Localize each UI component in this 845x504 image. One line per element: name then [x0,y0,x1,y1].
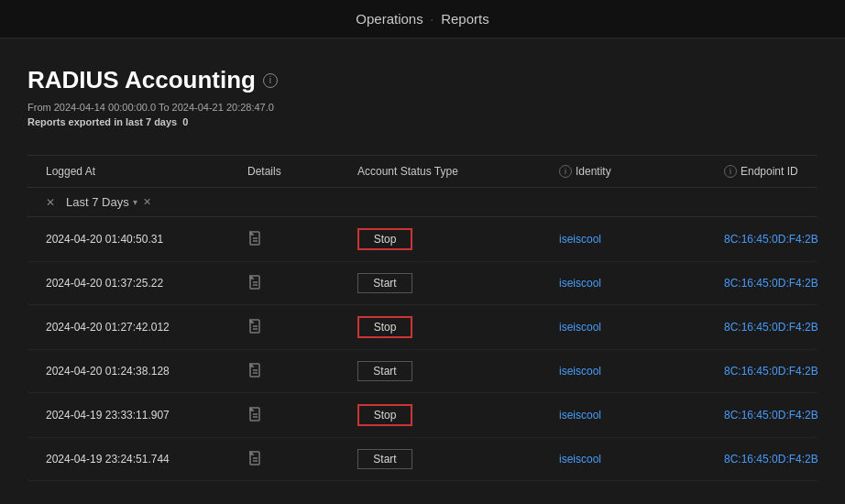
col-logged-at: Logged At [46,165,247,178]
cell-details[interactable] [247,363,357,379]
top-nav: Operations · Reports [0,0,845,38]
exports-info: Reports exported in last 7 days 0 [27,116,818,127]
page-title-row: RADIUS Accounting i [27,66,818,94]
status-badge: Start [357,273,412,293]
cell-logged-at: 2024-04-20 01:40:50.31 [46,233,247,246]
filter-row: ✕ Last 7 Days ▾ ✕ [27,188,818,217]
cell-endpoint[interactable]: 8C:16:45:0D:F4:2B [724,365,845,378]
endpoint-info-icon[interactable]: i [724,165,737,178]
identity-info-icon[interactable]: i [559,165,572,178]
cell-logged-at: 2024-04-20 01:37:25.22 [46,277,247,290]
cell-status: Stop [357,404,559,426]
cell-endpoint[interactable]: 8C:16:45:0D:F4:2B [724,233,845,246]
details-doc-icon[interactable] [247,363,264,379]
col-details: Details [247,165,357,178]
cell-identity[interactable]: iseiscool [559,409,724,422]
status-badge: Stop [357,316,412,338]
date-range: From 2024-04-14 00:00:00.0 To 2024-04-21… [27,102,818,113]
status-badge: Start [357,449,412,469]
cell-status: Stop [357,228,559,250]
filter-chip-dropdown-icon[interactable]: ▾ [133,197,137,207]
cell-status: Start [357,449,559,469]
cell-logged-at: 2024-04-19 23:24:51.744 [46,453,247,466]
title-info-icon[interactable]: i [263,73,278,88]
exports-count: 0 [182,116,188,127]
filter-chip-close-icon[interactable]: ✕ [143,196,151,208]
cell-identity[interactable]: iseiscool [559,233,724,246]
cell-endpoint[interactable]: 8C:16:45:0D:F4:2B [724,321,845,334]
cell-identity[interactable]: iseiscool [559,321,724,334]
exports-label: Reports exported in last 7 days [27,116,177,127]
cell-endpoint[interactable]: 8C:16:45:0D:F4:2B [724,453,845,466]
cell-logged-at: 2024-04-19 23:33:11.907 [46,409,247,422]
details-doc-icon[interactable] [247,231,264,247]
cell-endpoint[interactable]: 8C:16:45:0D:F4:2B [724,409,845,422]
table-container: Logged At Details Account Status Type i … [27,155,818,481]
main-content: RADIUS Accounting i From 2024-04-14 00:0… [0,38,845,499]
details-doc-icon[interactable] [247,319,264,335]
table-row: 2024-04-20 01:40:50.31 Stop iseiscool 8C… [27,217,818,262]
table-row: 2024-04-20 01:27:42.012 Stop iseiscool 8… [27,305,818,350]
details-doc-icon[interactable] [247,451,264,467]
cell-logged-at: 2024-04-20 01:27:42.012 [46,321,247,334]
filter-chip-label: Last 7 Days [66,195,129,209]
cell-details[interactable] [247,275,357,291]
nav-operations[interactable]: Operations [356,11,422,27]
table-row: 2024-04-19 23:33:11.907 Stop iseiscool 8… [27,393,818,438]
table-row: 2024-04-20 01:24:38.128 Start iseiscool … [27,350,818,393]
nav-reports[interactable]: Reports [441,11,489,27]
table-row: 2024-04-20 01:37:25.22 Start iseiscool 8… [27,262,818,305]
col-endpoint: i Endpoint ID [724,165,845,178]
cell-details[interactable] [247,319,357,335]
nav-separator: · [430,11,433,27]
cell-details[interactable] [247,231,357,247]
details-doc-icon[interactable] [247,407,264,423]
col-status-type: Account Status Type [357,165,559,178]
cell-endpoint[interactable]: 8C:16:45:0D:F4:2B [724,277,845,290]
cell-details[interactable] [247,451,357,467]
status-badge: Stop [357,228,412,250]
status-badge: Start [357,361,412,381]
cell-identity[interactable]: iseiscool [559,453,724,466]
cell-identity[interactable]: iseiscool [559,365,724,378]
status-badge: Stop [357,404,412,426]
filter-chip[interactable]: Last 7 Days ▾ ✕ [66,195,151,209]
cell-details[interactable] [247,407,357,423]
cell-status: Stop [357,316,559,338]
details-doc-icon[interactable] [247,275,264,291]
cell-identity[interactable]: iseiscool [559,277,724,290]
table-header: Logged At Details Account Status Type i … [27,155,818,188]
page-title: RADIUS Accounting [27,66,256,94]
table-row: 2024-04-19 23:24:51.744 Start iseiscool … [27,438,818,481]
col-identity: i Identity [559,165,724,178]
cell-status: Start [357,273,559,293]
filter-clear-all[interactable]: ✕ [46,196,55,209]
cell-logged-at: 2024-04-20 01:24:38.128 [46,365,247,378]
cell-status: Start [357,361,559,381]
table-body: 2024-04-20 01:40:50.31 Stop iseiscool 8C… [27,217,818,481]
